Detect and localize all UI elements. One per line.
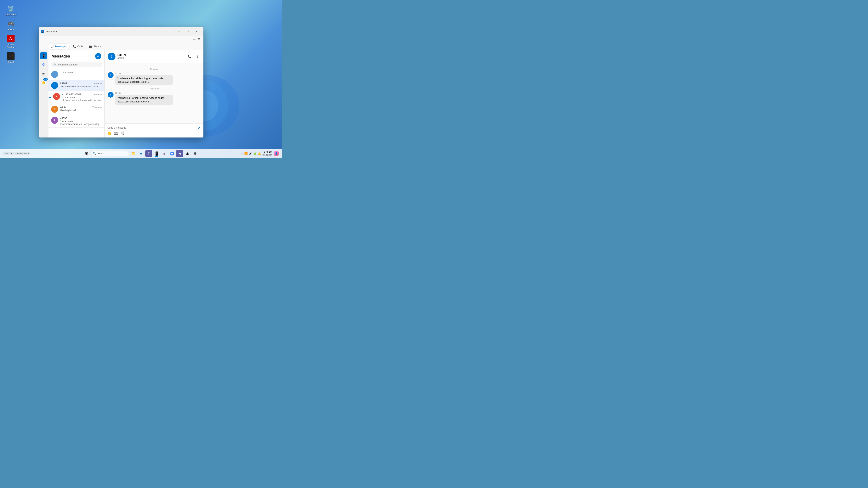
back-button[interactable]: ‹ <box>42 44 47 48</box>
score-separator: - <box>9 153 10 155</box>
keyboard-button[interactable]: ⌨ <box>114 131 119 135</box>
settings-button[interactable]: ⚙ <box>197 37 200 41</box>
desktop-icon-recycle-bin[interactable]: 🗑️ Recycle Bin <box>4 4 18 17</box>
steam-icon: 🎮 <box>7 20 14 28</box>
message-sender: Alicia <box>60 106 66 109</box>
battery-icon[interactable]: 🔋 <box>253 152 256 155</box>
chat-sender-name: 63189 <box>115 92 173 94</box>
sidebar-icon-phone[interactable]: 📱 <box>40 52 47 59</box>
sidebar-icon-notifications[interactable]: 🔔 +39 <box>40 79 47 86</box>
recycle-bin-icon: 🗑️ <box>7 5 14 12</box>
contact-info: 6 63189 63189 <box>108 53 126 60</box>
team1: PIT <box>5 153 8 155</box>
emoji-button[interactable]: 😊 <box>107 131 112 135</box>
clock-time: 9:22 AM <box>262 151 272 154</box>
message-content: Alicia Yesterday Heading home! <box>60 106 102 112</box>
message-sender: 48593 <box>60 117 67 120</box>
message-time: Yesterday <box>92 93 102 96</box>
titlebar: 📱 Phone Link — □ ✕ <box>39 27 204 36</box>
list-item[interactable]: A Alicia Yesterday Heading home! <box>49 104 104 115</box>
message-input[interactable] <box>107 126 196 129</box>
message-group: 63189 You have a Parcel Pending! Access … <box>115 92 173 105</box>
message-preview: 1 attachment. <box>60 71 102 74</box>
message-preview: You have a Parcel Pending! Access code: … <box>60 85 102 88</box>
start-button[interactable]: ⊞ <box>83 151 90 157</box>
desktop-icon-steam[interactable]: 🎮 Steam <box>4 19 18 32</box>
search-box[interactable]: 🔍 <box>51 62 102 67</box>
avatar: ... <box>51 71 58 78</box>
user-avatar[interactable]: 👤 <box>274 151 279 156</box>
compose-button[interactable]: ✏ <box>95 53 101 59</box>
volume-icon[interactable]: 🔊 <box>249 152 252 155</box>
message-content: +1 973-771-6001 Yesterday 1 attachment. … <box>62 93 102 102</box>
maximize-button[interactable]: □ <box>183 29 192 34</box>
search-input[interactable] <box>58 63 100 66</box>
message-preview-2: Hi there I am a volunteer with the New <box>62 99 102 102</box>
game-score[interactable]: PIT - STL Game score <box>3 152 30 155</box>
taskbar-app-chrome[interactable] <box>168 150 176 157</box>
list-item[interactable]: 6 63189 Yesterday You have a Parcel Pend… <box>49 80 104 91</box>
taskbar-app-app7[interactable]: H <box>176 150 183 157</box>
desktop-icon-3dmark[interactable]: 3D 3DMark <box>4 51 18 64</box>
send-button[interactable]: ➤ <box>198 126 201 130</box>
chat-avatar: 6 <box>108 72 114 78</box>
message-input-row: ➤ <box>107 126 201 130</box>
messages-tab-label: Messages <box>55 45 67 48</box>
contact-avatar: 6 <box>108 53 116 60</box>
header-actions: ··· ⚙ <box>39 36 204 42</box>
chevron-up-icon[interactable]: △ <box>241 152 243 155</box>
taskbar-app-edge[interactable]: e <box>137 150 145 157</box>
messages-list: ... 1 attachment. 6 <box>49 69 104 137</box>
list-item[interactable]: 4 48593 1 attachment. Procrastination is… <box>49 115 104 128</box>
chat-sender-name: 63189 <box>115 72 173 74</box>
image-button[interactable]: 🖼 <box>121 131 124 135</box>
taskbar-app-app8[interactable]: ◉ <box>184 150 191 157</box>
taskbar-right: △ 📶 🔊 🔋 🔔 9:22 AM 9/18/2024 👤 <box>241 151 279 156</box>
message-input-area: ➤ 😊 ⌨ 🖼 <box>104 123 204 137</box>
taskbar-app-slack[interactable]: # <box>161 150 168 157</box>
messages-tab-icon: 💬 <box>51 45 54 48</box>
message-preview: Heading home! <box>60 109 102 112</box>
contact-details: 63189 63189 <box>117 54 126 60</box>
minimize-button[interactable]: — <box>175 29 183 34</box>
notification-bell-icon[interactable]: 🔔 <box>258 152 261 155</box>
taskbar-app-file-explorer[interactable]: 📁 <box>130 150 137 157</box>
search-icon: 🔍 <box>53 63 57 66</box>
taskbar-app-teams[interactable]: T <box>145 150 152 157</box>
adobe-acrobat-icon: A <box>7 35 14 42</box>
taskbar-app-phone-link[interactable]: 📱 <box>153 150 160 157</box>
search-bar-icon: 🔍 <box>93 152 96 155</box>
3dmark-icon: 3D <box>7 52 14 60</box>
team2: STL <box>11 153 15 155</box>
calls-tab-label: Calls <box>77 45 83 48</box>
search-bar[interactable]: 🔍 Search <box>90 151 129 156</box>
list-item[interactable]: + +1 973-771-6001 Yesterday 1 attachment… <box>49 91 104 104</box>
phone-link-window: 📱 Phone Link — □ ✕ ··· ⚙ ‹ 💬 Messages 📞 … <box>39 27 204 137</box>
steam-label: Steam <box>7 28 14 31</box>
more-options-button[interactable]: ··· <box>193 38 196 41</box>
sidebar-icon-mail[interactable]: ✉ <box>40 70 47 77</box>
game-score-label: Game score <box>17 153 29 155</box>
clock[interactable]: 9:22 AM 9/18/2024 <box>262 151 272 156</box>
titlebar-buttons: — □ ✕ <box>175 29 201 34</box>
tab-calls[interactable]: 📞 Calls <box>70 43 86 49</box>
taskbar-app-app9[interactable]: ⚙ <box>192 150 199 157</box>
message-group: 63189 You have a Parcel Pending! Access … <box>115 72 173 85</box>
call-button[interactable]: 📞 <box>186 54 193 60</box>
tab-messages[interactable]: 💬 Messages <box>48 43 69 49</box>
date-divider-monday: Monday <box>108 68 200 70</box>
info-button[interactable]: ℹ <box>194 54 200 60</box>
network-icon[interactable]: 📶 <box>244 152 248 155</box>
desktop-icon-adobe-acrobat[interactable]: A Adobe Acrobat <box>4 34 18 49</box>
message-content: 63189 Yesterday You have a Parcel Pendin… <box>60 82 102 88</box>
system-tray: △ 📶 🔊 🔋 🔔 <box>241 152 261 155</box>
tab-photos[interactable]: 📷 Photos <box>86 43 104 49</box>
contact-name: 63189 <box>117 54 126 57</box>
close-button[interactable]: ✕ <box>192 29 201 34</box>
taskbar-center: ⊞ 🔍 Search 📁 e T 📱 # H ◉ ⚙ <box>83 150 199 157</box>
list-item[interactable]: ... 1 attachment. <box>49 69 104 80</box>
notification-badge: +39 <box>43 78 48 80</box>
sidebar-icon-google[interactable]: G <box>40 61 47 68</box>
titlebar-left: 📱 Phone Link <box>41 30 57 33</box>
avatar: A <box>51 106 58 113</box>
